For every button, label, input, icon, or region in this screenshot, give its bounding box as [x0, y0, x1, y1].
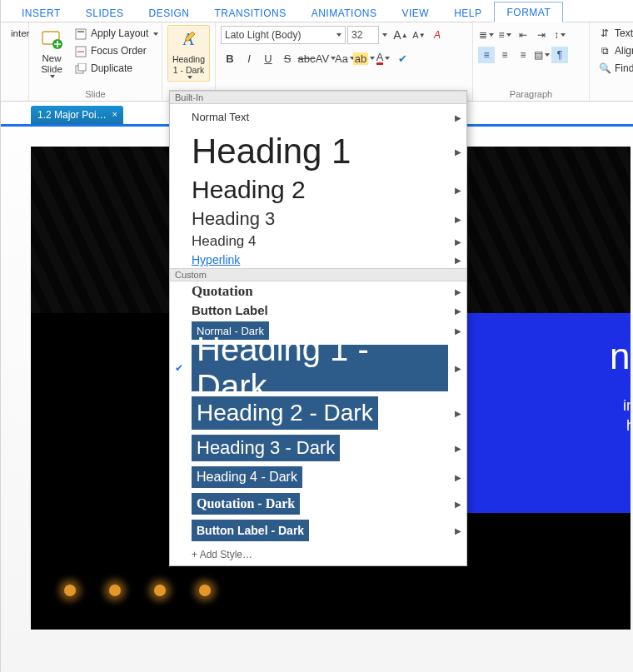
font-name-input[interactable]: Lato Light (Body): [221, 26, 346, 44]
slide-group-label: Slide: [34, 88, 157, 100]
text-dir-icon: ⇵: [598, 27, 611, 41]
submenu-arrow-icon: ▶: [455, 444, 461, 453]
duplicate-icon: [74, 62, 87, 76]
columns-button[interactable]: ▤: [533, 47, 550, 63]
char-spacing-button[interactable]: AV: [316, 49, 335, 67]
style-heading-4-dark[interactable]: Heading 4 - Dark▶: [170, 464, 466, 490]
find-button[interactable]: 🔍Find: [595, 60, 633, 77]
strike2-button[interactable]: abc: [297, 49, 316, 67]
svg-rect-2: [76, 29, 86, 39]
style-normal-text[interactable]: Normal Text▶: [170, 104, 466, 130]
align-right-button[interactable]: ≡: [515, 47, 531, 63]
slides-tab[interactable]: SLIDES: [73, 2, 137, 22]
outdent-button[interactable]: ⇤: [515, 27, 531, 43]
find-icon: 🔍: [598, 62, 611, 76]
grow-font-button[interactable]: A▲: [392, 27, 409, 43]
submenu-arrow-icon: ▶: [455, 186, 461, 195]
format-tab[interactable]: FORMAT: [494, 2, 563, 22]
apply-layout-button[interactable]: Apply Layout: [71, 25, 162, 42]
svg-rect-6: [78, 63, 86, 71]
insert-tab[interactable]: INSERT: [9, 2, 73, 22]
indent-button[interactable]: ⇥: [533, 27, 550, 43]
bullet-list-button[interactable]: ≣: [478, 27, 495, 43]
text-styles-dropdown: Built-In Normal Text▶ Heading 1▶ Heading…: [169, 90, 467, 566]
submenu-arrow-icon: ▶: [455, 287, 461, 296]
style-heading-1[interactable]: Heading 1▶: [170, 130, 466, 173]
animations-tab[interactable]: ANIMATIONS: [299, 2, 390, 22]
submenu-arrow-icon: ▶: [455, 326, 461, 336]
transitions-tab[interactable]: TRANSITIONS: [202, 2, 299, 22]
paragraph-group-label: Paragraph: [478, 88, 584, 100]
style-quotation[interactable]: Quotation▶: [170, 281, 466, 301]
text-styles-button[interactable]: A Heading 1 - Dark: [167, 25, 210, 82]
focus-order-icon: [74, 45, 87, 58]
align-center-button[interactable]: ≡: [496, 47, 513, 63]
style-heading-3[interactable]: Heading 3▶: [170, 207, 466, 231]
duplicate-button[interactable]: Duplicate: [71, 60, 162, 77]
submenu-arrow-icon: ▶: [455, 112, 461, 122]
clear-format-button[interactable]: A: [429, 27, 446, 43]
check-icon: ✔: [175, 362, 183, 374]
ribbon-tabs: INSERT SLIDES DESIGN TRANSITIONS ANIMATI…: [1, 0, 633, 22]
shrink-font-button[interactable]: A▼: [411, 27, 427, 43]
focus-order-button[interactable]: Focus Order: [71, 42, 162, 60]
bold-button[interactable]: B: [221, 49, 239, 67]
style-heading-4[interactable]: Heading 4▶: [170, 231, 466, 251]
style-button-label-dark[interactable]: Button Label - Dark▶: [170, 517, 466, 544]
number-list-button[interactable]: ≡: [496, 27, 513, 43]
layout-icon: [74, 27, 87, 41]
underline-button[interactable]: U: [259, 49, 277, 67]
align-objects-button[interactable]: ⧉Align: [595, 42, 633, 60]
change-case-button[interactable]: Aa: [336, 49, 354, 67]
submenu-arrow-icon: ▶: [455, 237, 461, 246]
style-heading-3-dark[interactable]: Heading 3 - Dark▶: [170, 432, 466, 464]
style-heading-1-dark[interactable]: ✔Heading 1 - Dark▶: [170, 342, 466, 394]
design-tab[interactable]: DESIGN: [136, 2, 202, 22]
strike-button[interactable]: S: [278, 49, 297, 67]
line-spacing-button[interactable]: ↕: [551, 27, 568, 43]
document-tab[interactable]: 1.2 Major Poi… ×: [31, 106, 123, 124]
close-tab-icon[interactable]: ×: [110, 109, 120, 119]
submenu-arrow-icon: ▶: [455, 364, 461, 373]
style-heading-2-dark[interactable]: Heading 2 - Dark▶: [170, 394, 466, 432]
submenu-arrow-icon: ▶: [455, 473, 461, 482]
submenu-arrow-icon: ▶: [455, 215, 461, 224]
help-tab[interactable]: HELP: [441, 2, 494, 22]
text-style-icon: A: [177, 27, 202, 52]
builtin-section-header: Built-In: [170, 91, 466, 104]
submenu-arrow-icon: ▶: [455, 256, 461, 265]
submenu-arrow-icon: ▶: [455, 526, 461, 535]
style-hyperlink[interactable]: Hyperlink▶: [170, 251, 466, 268]
check-format-button[interactable]: ✔: [393, 49, 411, 67]
style-quotation-dark[interactable]: Quotation - Dark▶: [170, 490, 466, 517]
new-slide-button[interactable]: New Slide: [34, 25, 69, 78]
italic-button[interactable]: I: [240, 49, 258, 67]
style-button-label[interactable]: Button Label▶: [170, 301, 466, 319]
highlight-button[interactable]: ab: [355, 49, 373, 67]
font-color-button[interactable]: A: [374, 49, 392, 67]
align-left-button[interactable]: ≡: [478, 47, 495, 63]
new-slide-icon: [39, 27, 64, 52]
submenu-arrow-icon: ▶: [455, 306, 461, 315]
submenu-arrow-icon: ▶: [455, 147, 461, 157]
submenu-arrow-icon: ▶: [455, 500, 461, 509]
custom-section-header: Custom: [170, 268, 466, 281]
svg-rect-3: [77, 31, 84, 32]
style-heading-2[interactable]: Heading 2▶: [170, 173, 466, 207]
view-tab[interactable]: VIEW: [389, 2, 441, 22]
font-size-input[interactable]: 32: [347, 26, 379, 44]
submenu-arrow-icon: ▶: [455, 409, 461, 418]
add-style-button[interactable]: + Add Style…: [170, 544, 466, 565]
text-direction-button[interactable]: ⇵Text: [595, 25, 633, 42]
align-icon: ⧉: [598, 45, 611, 58]
paragraph-marks-button[interactable]: ¶: [551, 47, 568, 63]
